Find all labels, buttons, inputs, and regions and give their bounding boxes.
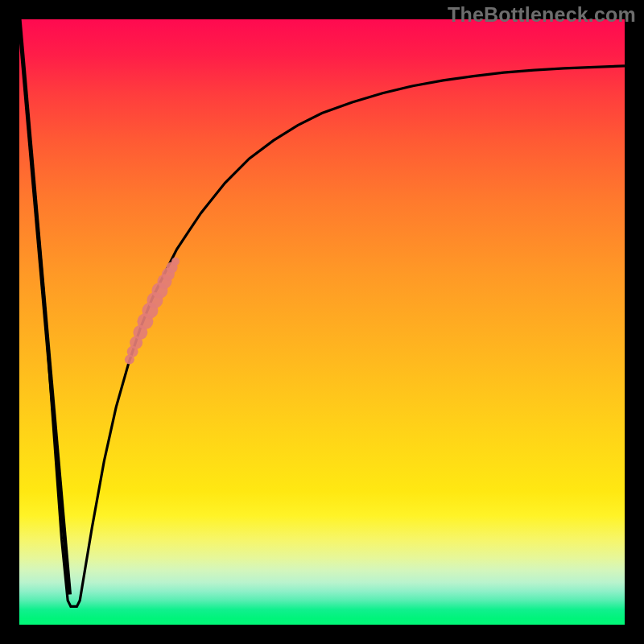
curve-overlay [19, 19, 625, 625]
watermark-text: TheBottleneck.com [448, 3, 636, 27]
highlighted-band [125, 258, 180, 365]
bottleneck-curve [19, 19, 625, 606]
marker-point [171, 258, 180, 266]
chart-frame: TheBottleneck.com [0, 0, 644, 644]
plot-area [19, 19, 625, 625]
